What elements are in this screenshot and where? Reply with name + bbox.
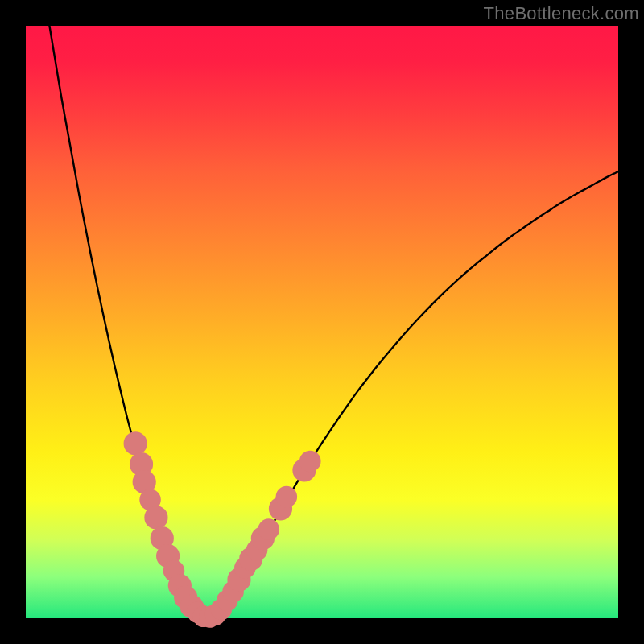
marker-layer — [124, 431, 321, 628]
data-marker — [258, 518, 279, 540]
chart-svg — [26, 26, 618, 618]
chart-frame: TheBottleneck.com — [0, 0, 644, 644]
curve-layer — [49, 26, 618, 617]
plot-area — [26, 26, 618, 618]
data-marker — [124, 431, 147, 455]
data-marker — [144, 506, 167, 529]
data-marker — [299, 451, 321, 473]
watermark-text: TheBottleneck.com — [484, 3, 639, 24]
data-marker — [276, 486, 298, 508]
bottleneck-curve — [49, 26, 618, 617]
